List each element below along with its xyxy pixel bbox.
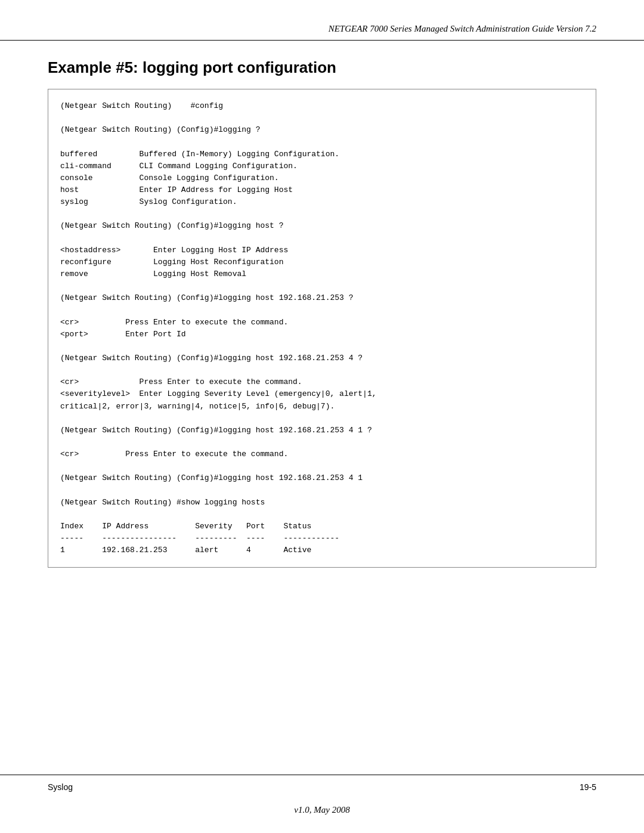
footer-page-number: 19-5 — [580, 782, 596, 792]
header-title: NETGEAR 7000 Series Managed Switch Admin… — [48, 24, 596, 34]
main-content: Example #5: logging port configuration (… — [0, 41, 644, 683]
header-section: NETGEAR 7000 Series Managed Switch Admin… — [0, 0, 644, 41]
footer-version: v1.0, May 2008 — [0, 799, 644, 833]
footer-left-label: Syslog — [48, 782, 73, 792]
footer-section: Syslog 19-5 — [0, 775, 644, 799]
section-title: Example #5: logging port configuration — [48, 58, 596, 77]
code-block: (Netgear Switch Routing) #config (Netgea… — [48, 89, 596, 568]
page-container: NETGEAR 7000 Series Managed Switch Admin… — [0, 0, 644, 833]
